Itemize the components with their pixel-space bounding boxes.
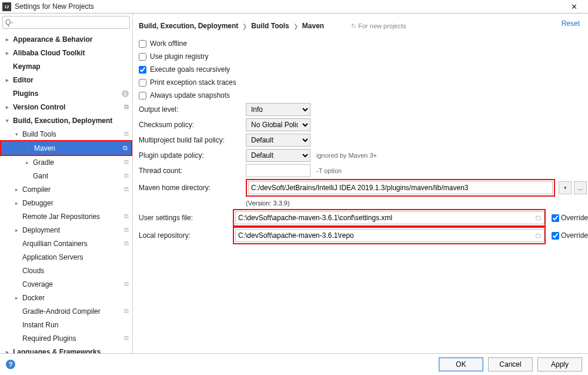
local-repo-input[interactable] bbox=[235, 229, 544, 242]
user-settings-override[interactable]: Override bbox=[552, 214, 588, 222]
breadcrumb: Build, Execution, Deployment ❯ Build Too… bbox=[139, 19, 588, 32]
sidebar-item-label: Debugger bbox=[22, 199, 54, 207]
sidebar-item-label: Remote Jar Repositories bbox=[22, 213, 100, 221]
maven-home-browse-button[interactable]: ... bbox=[574, 181, 587, 194]
thread-count-input[interactable] bbox=[246, 164, 310, 177]
tree-twisty-icon[interactable]: ▸ bbox=[13, 295, 20, 301]
sidebar-item-label: Languages & Frameworks bbox=[13, 348, 101, 354]
user-settings-input[interactable] bbox=[235, 211, 544, 224]
checksum-policy-label: Checksum policy: bbox=[139, 121, 246, 129]
sidebar-item-build-execution-deployment[interactable]: ▾Build, Execution, Deployment bbox=[0, 114, 132, 127]
sidebar-item-label: Build, Execution, Deployment bbox=[13, 117, 112, 125]
project-scope-icon: ⧉ bbox=[124, 130, 129, 138]
local-repo-highlight: 🗀 bbox=[233, 227, 546, 244]
sidebar-item-label: Build Tools bbox=[22, 130, 56, 138]
sidebar-item-plugins[interactable]: Plugins1 bbox=[0, 87, 132, 100]
tree-twisty-icon[interactable]: ▸ bbox=[4, 77, 11, 83]
sidebar-item-gant[interactable]: Gant⧉ bbox=[0, 169, 132, 182]
sidebar-item-languages-frameworks[interactable]: ▸Languages & Frameworks bbox=[0, 345, 132, 353]
multiproject-fail-select[interactable]: Default bbox=[246, 134, 310, 147]
chevron-right-icon: ❯ bbox=[293, 23, 298, 29]
project-scope-icon: ⧉ bbox=[123, 144, 128, 152]
work-offline-checkbox[interactable] bbox=[139, 40, 146, 48]
sidebar-item-build-tools[interactable]: ▾Build Tools⧉ bbox=[0, 127, 132, 141]
sidebar-item-gradle-android-compiler[interactable]: Gradle-Android Compiler⧉ bbox=[0, 304, 132, 318]
checksum-policy-select[interactable]: No Global Policy bbox=[246, 118, 310, 131]
tree-twisty-icon[interactable]: ▸ bbox=[4, 36, 11, 42]
sidebar-item-docker[interactable]: ▸Docker bbox=[0, 291, 132, 304]
sidebar-item-instant-run[interactable]: Instant Run bbox=[0, 318, 132, 331]
sidebar-item-application-servers[interactable]: Application Servers bbox=[0, 250, 132, 264]
update-count-badge: 1 bbox=[122, 90, 129, 97]
sidebar-item-deployment[interactable]: ▸Deployment⧉ bbox=[0, 223, 132, 237]
sidebar-item-label: Gant bbox=[33, 172, 48, 180]
user-settings-highlight: 🗀 bbox=[233, 209, 546, 227]
ok-button[interactable]: OK bbox=[439, 357, 483, 371]
tree-twisty-icon[interactable]: ▸ bbox=[13, 187, 20, 193]
apply-button[interactable]: Apply bbox=[537, 357, 582, 371]
folder-icon[interactable]: 🗀 bbox=[534, 213, 543, 223]
sidebar-item-required-plugins[interactable]: Required Plugins⧉ bbox=[0, 331, 132, 345]
reset-link[interactable]: Reset bbox=[562, 19, 580, 28]
local-repo-override-checkbox[interactable] bbox=[552, 232, 559, 240]
close-icon[interactable]: ✕ bbox=[562, 2, 586, 11]
tree-twisty-icon[interactable]: ▸ bbox=[25, 145, 32, 151]
settings-tree[interactable]: ▸Appearance & Behavior▸Alibaba Cloud Too… bbox=[0, 31, 132, 353]
help-icon[interactable]: ? bbox=[6, 360, 15, 369]
tree-twisty-icon[interactable]: ▸ bbox=[13, 227, 20, 233]
tree-twisty-icon[interactable]: ▸ bbox=[4, 104, 11, 110]
multiproject-fail-label: Multiproject build fail policy: bbox=[139, 136, 246, 144]
sidebar-item-label: Arquillian Containers bbox=[22, 240, 88, 248]
maven-home-input[interactable] bbox=[248, 181, 553, 194]
print-exception-checkbox[interactable] bbox=[139, 79, 146, 87]
tree-twisty-icon[interactable]: ▸ bbox=[13, 200, 20, 206]
use-plugin-registry-checkbox[interactable] bbox=[139, 53, 146, 61]
execute-goals-checkbox[interactable] bbox=[139, 66, 146, 74]
sidebar-item-arquillian-containers[interactable]: Arquillian Containers⧉ bbox=[0, 237, 132, 250]
app-icon: IJ bbox=[2, 2, 11, 11]
always-update-checkbox[interactable] bbox=[139, 92, 146, 99]
work-offline-label: Work offline bbox=[150, 39, 187, 48]
project-scope-icon: ⧉ bbox=[124, 172, 129, 180]
sidebar-item-compiler[interactable]: ▸Compiler⧉ bbox=[0, 182, 132, 196]
sidebar-item-debugger[interactable]: ▸Debugger bbox=[0, 196, 132, 210]
output-level-label: Output level: bbox=[139, 105, 246, 114]
sidebar-item-clouds[interactable]: Clouds bbox=[0, 264, 132, 277]
cancel-button[interactable]: Cancel bbox=[488, 357, 533, 371]
project-scope-icon: ⧉ bbox=[124, 185, 129, 193]
sidebar-item-version-control[interactable]: ▸Version Control⧉ bbox=[0, 100, 132, 114]
sidebar-item-label: Gradle bbox=[33, 158, 54, 167]
sidebar-item-label: Maven bbox=[34, 144, 55, 152]
project-scope-icon: ⧉ bbox=[124, 158, 129, 166]
user-settings-override-checkbox[interactable] bbox=[552, 214, 559, 222]
sidebar-item-gradle[interactable]: ▸Gradle⧉ bbox=[0, 155, 132, 169]
sidebar-item-label: Coverage bbox=[22, 280, 53, 288]
sidebar-item-label: Gradle-Android Compiler bbox=[22, 307, 101, 316]
search-input[interactable] bbox=[2, 16, 130, 29]
sidebar-item-alibaba-cloud-toolkit[interactable]: ▸Alibaba Cloud Toolkit bbox=[0, 46, 132, 59]
sidebar-item-appearance-behavior[interactable]: ▸Appearance & Behavior bbox=[0, 32, 132, 46]
sidebar-item-label: Appearance & Behavior bbox=[13, 35, 92, 44]
sidebar-item-editor[interactable]: ▸Editor bbox=[0, 73, 132, 87]
maven-home-dropdown[interactable]: ▾ bbox=[559, 181, 572, 194]
sidebar-item-label: Docker bbox=[22, 294, 45, 302]
local-repo-override[interactable]: Override bbox=[552, 231, 588, 240]
sidebar-item-keymap[interactable]: Keymap bbox=[0, 59, 132, 73]
tree-twisty-icon[interactable]: ▾ bbox=[4, 118, 11, 124]
tree-twisty-icon[interactable]: ▸ bbox=[4, 349, 11, 354]
sidebar-item-coverage[interactable]: Coverage⧉ bbox=[0, 277, 132, 291]
tree-twisty-icon[interactable]: ▸ bbox=[4, 50, 11, 56]
tree-twisty-icon[interactable]: ▸ bbox=[24, 160, 31, 165]
folder-icon[interactable]: 🗀 bbox=[534, 231, 543, 240]
plugin-update-select[interactable]: Default bbox=[246, 149, 310, 162]
tree-twisty-icon[interactable]: ▾ bbox=[13, 131, 20, 137]
local-repo-label: Local repository: bbox=[139, 231, 233, 240]
sidebar-item-remote-jar-repositories[interactable]: Remote Jar Repositories⧉ bbox=[0, 210, 132, 223]
output-level-select[interactable]: Info bbox=[246, 103, 310, 116]
sidebar-item-label: Required Plugins bbox=[22, 334, 76, 343]
thread-count-note: -T option bbox=[316, 167, 342, 174]
sidebar-item-label: Clouds bbox=[22, 267, 44, 275]
sidebar-item-maven[interactable]: ▸Maven⧉ bbox=[1, 141, 131, 155]
project-scope-icon: ⧉ bbox=[124, 240, 129, 247]
sidebar-item-label: Version Control bbox=[13, 103, 65, 111]
